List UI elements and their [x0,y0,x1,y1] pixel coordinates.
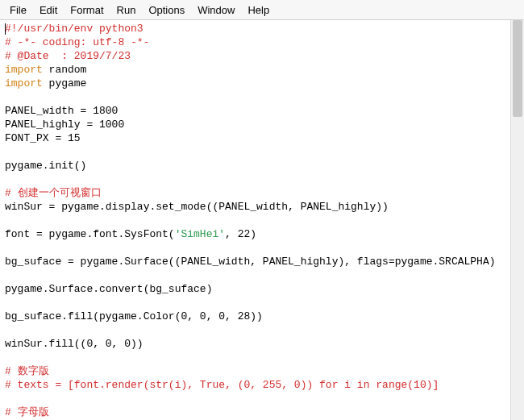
menu-options[interactable]: Options [142,3,191,17]
line-winsur-fill: winSur.fill((0, 0, 0)) [5,338,143,350]
line-convert: pygame.Surface.convert(bg_suface) [5,283,212,295]
line-bgfill: bg_suface.fill(pygame.Color(0, 0, 0, 28)… [5,310,263,322]
menu-help[interactable]: Help [241,3,276,17]
line-panel-highly: PANEL_highly = 1000 [5,119,124,131]
kw-import-1: import [5,64,43,76]
line-font-px: FONT_PX = 15 [5,132,81,144]
str-simhei: 'SimHei' [175,228,225,240]
line-pygame-init: pygame.init() [5,160,86,172]
menubar: File Edit Format Run Options Window Help [0,0,524,20]
comment-window: # 创建一个可视窗口 [5,187,102,199]
editor-wrap: #!/usr/bin/env python3 # -*- coding: utf… [0,20,524,420]
menu-run[interactable]: Run [110,3,143,17]
vertical-scrollbar[interactable] [510,20,524,420]
line-panel-width: PANEL_width = 1800 [5,105,118,117]
kw-import-2: import [5,77,43,89]
mod-random: random [43,64,87,76]
line-bgsurface: bg_suface = pygame.Surface((PANEL_width,… [5,256,496,268]
menu-file[interactable]: File [3,3,33,17]
line-shebang: #!/usr/bin/env python3 [5,23,143,35]
code-editor[interactable]: #!/usr/bin/env python3 # -*- coding: utf… [0,20,510,420]
scroll-thumb[interactable] [513,20,522,117]
menu-format[interactable]: Format [64,3,110,17]
comment-numver: # 数字版 [5,365,49,377]
line-coding: # -*- coding: utf-8 -*- [5,36,149,48]
line-font-a: font = pygame.font.SysFont( [5,228,175,240]
comment-letterver: # 字母版 [5,406,49,418]
menu-edit[interactable]: Edit [33,3,64,17]
line-date: # @Date : 2019/7/23 [5,50,131,62]
line-winsur: winSur = pygame.display.set_mode((PANEL_… [5,201,389,213]
menu-window[interactable]: Window [191,3,241,17]
mod-pygame: pygame [43,77,87,89]
line-font-c: , 22) [225,228,256,240]
comment-texts: # texts = [font.render(str(i), True, (0,… [5,379,439,391]
